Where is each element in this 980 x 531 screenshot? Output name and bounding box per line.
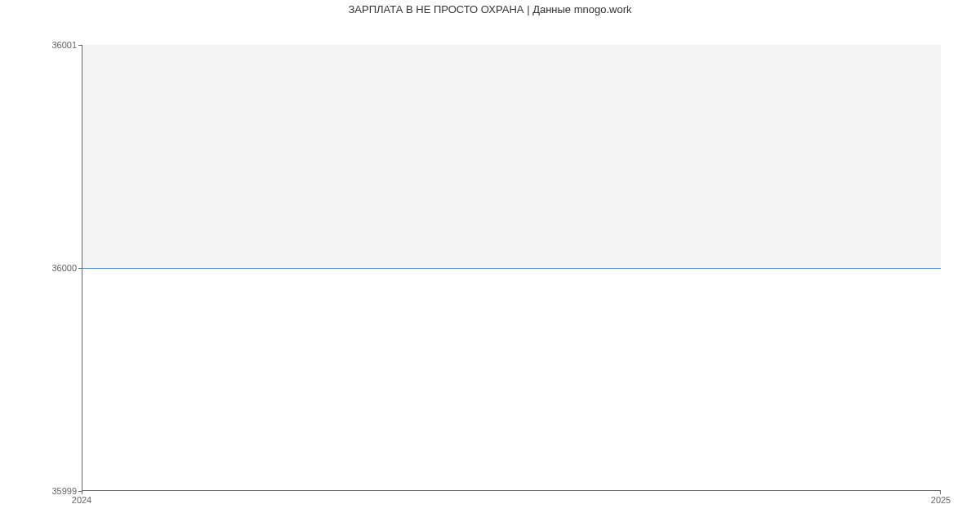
y-axis-tick-label: 36000 [51,263,77,273]
x-axis-tick-label: 2024 [72,495,91,505]
x-axis-tick-label: 2025 [931,495,951,505]
chart-title: ЗАРПЛАТА В НЕ ПРОСТО ОХРАНА | Данные mno… [0,0,980,20]
plot-area [82,45,941,491]
y-axis-tick-label: 36001 [51,40,77,50]
x-axis-tick-mark [82,491,82,494]
x-axis-tick-mark [940,491,941,494]
plot-band [82,45,941,268]
chart-container: 36001 36000 35999 2024 2025 [0,20,980,527]
data-line [82,268,941,269]
